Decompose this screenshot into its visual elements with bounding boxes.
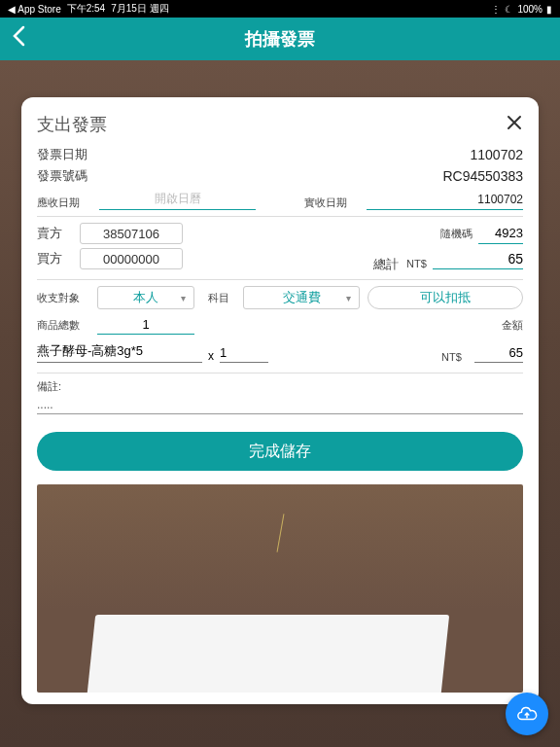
status-time: 下午2:54 — [67, 2, 105, 16]
battery-icon: ▮ — [546, 4, 552, 15]
category-label: 科目 — [202, 291, 235, 305]
deductible-button[interactable]: 可以扣抵 — [368, 286, 523, 309]
close-icon — [506, 114, 523, 131]
total-value[interactable]: 65 — [433, 248, 523, 269]
page-title: 拍攝發票 — [245, 27, 315, 51]
due-date-placeholder: 開啟日曆 — [155, 191, 201, 207]
invoice-form-card: 支出發票 發票日期 1100702 發票號碼 RC94550383 應收日期 開… — [21, 97, 539, 704]
close-button[interactable] — [506, 114, 523, 136]
category-dropdown[interactable]: 交通費 — [243, 286, 360, 309]
random-code-value[interactable]: 4923 — [478, 223, 523, 244]
seller-input[interactable]: 38507106 — [80, 223, 183, 244]
party-label: 收支對象 — [37, 291, 89, 305]
buyer-label: 買方 — [37, 250, 74, 267]
status-date: 7月15日 週四 — [111, 2, 168, 16]
item-currency: NT$ — [441, 351, 471, 363]
battery-percent: 100% — [517, 4, 542, 15]
buyer-input[interactable]: 00000000 — [80, 248, 183, 269]
party-dropdown[interactable]: 本人 — [97, 286, 194, 309]
cloud-upload-icon — [516, 703, 538, 725]
invoice-number-value[interactable]: RC94550383 — [442, 168, 523, 184]
receive-date-value[interactable]: 1100702 — [367, 189, 523, 210]
status-bar: ◀ App Store 下午2:54 7月15日 週四 ⋮ ☾ 100% ▮ — [0, 0, 560, 18]
item-name[interactable]: 燕子酵母-高糖3g*5 — [37, 342, 202, 363]
item-amount[interactable]: 65 — [474, 345, 523, 363]
item-qty[interactable]: 1 — [220, 345, 268, 363]
invoice-number-label: 發票號碼 — [37, 167, 88, 185]
invoice-date-value[interactable]: 1100702 — [470, 147, 523, 162]
save-button[interactable]: 完成儲存 — [37, 432, 523, 471]
seller-label: 賣方 — [37, 225, 74, 242]
form-title: 支出發票 — [37, 113, 107, 136]
notes-label: 備註: — [37, 379, 523, 394]
notes-input[interactable]: ..... — [37, 394, 523, 414]
wifi-icon: ⋮ — [491, 4, 501, 15]
receive-date-label: 實收日期 — [304, 196, 357, 210]
receipt-paper — [88, 615, 449, 693]
items-count-value[interactable]: 1 — [97, 315, 194, 335]
invoice-date-label: 發票日期 — [37, 146, 88, 163]
items-count-label: 商品總數 — [37, 318, 89, 333]
multiply-label: x — [206, 349, 216, 363]
line-item-row: 燕子酵母-高糖3g*5 x 1 NT$ 65 — [37, 342, 523, 363]
moon-icon: ☾ — [505, 4, 513, 15]
due-date-input[interactable]: 開啟日曆 — [99, 189, 256, 210]
total-label: 總計 — [373, 256, 399, 273]
back-to-app[interactable]: ◀ App Store — [8, 4, 61, 15]
chevron-left-icon — [12, 25, 25, 47]
back-button[interactable] — [12, 25, 25, 53]
upload-fab[interactable] — [506, 693, 548, 735]
amount-label: 金額 — [502, 318, 523, 333]
nav-bar: 拍攝發票 — [0, 18, 560, 60]
currency-label: NT$ — [406, 258, 427, 269]
receipt-preview — [37, 484, 523, 693]
random-code-label: 隨機碼 — [440, 227, 472, 241]
due-date-label: 應收日期 — [37, 196, 89, 210]
